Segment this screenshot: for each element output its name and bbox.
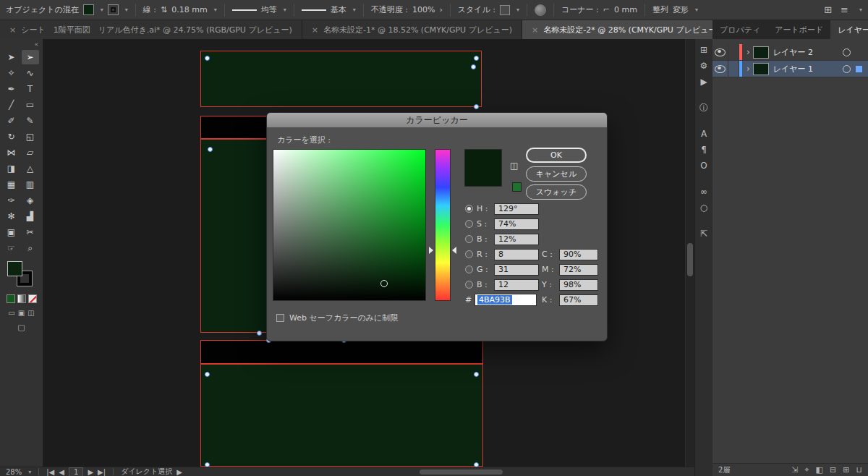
links-panel-icon[interactable]: ∞ xyxy=(697,185,711,198)
corner-widget[interactable] xyxy=(205,462,210,467)
corner-widget[interactable] xyxy=(471,64,476,69)
vertical-scrollbar-thumb[interactable] xyxy=(687,243,693,276)
scale-tool[interactable]: ◱ xyxy=(22,129,39,144)
horizontal-scrollbar-thumb[interactable] xyxy=(420,469,503,475)
b-rgb-radio[interactable] xyxy=(465,281,473,289)
none-mode-button[interactable] xyxy=(28,294,37,303)
gamut-warning-cube-icon[interactable]: ◫ xyxy=(510,161,518,171)
next-artboard-icon[interactable]: ▶ xyxy=(88,468,93,476)
pencil-tool[interactable]: ✎ xyxy=(22,114,39,128)
opacity-panel-chevron-icon[interactable]: › xyxy=(439,5,442,14)
hue-arrow-left-icon[interactable] xyxy=(429,247,433,254)
export-panel-icon[interactable]: ⇱ xyxy=(697,227,711,240)
type-tool[interactable]: T xyxy=(22,82,39,96)
web-safe-color-swatch[interactable] xyxy=(512,182,522,192)
y-field[interactable]: 98% xyxy=(559,279,598,291)
artwork-rect-bottom[interactable] xyxy=(200,364,483,467)
color-mode-button[interactable] xyxy=(7,294,15,303)
locate-object-icon[interactable]: ⌖ xyxy=(804,465,809,475)
last-artboard-icon[interactable]: ▶| xyxy=(98,468,106,476)
mesh-tool[interactable]: ▦ xyxy=(3,177,20,192)
fill-indicator[interactable] xyxy=(7,261,22,276)
width-tool[interactable]: ⋈ xyxy=(3,145,20,160)
layer-name[interactable]: レイヤー 1 xyxy=(773,64,813,75)
dialog-title-bar[interactable]: カラーピッカー xyxy=(267,113,607,127)
h-radio[interactable] xyxy=(465,205,473,213)
info-panel-icon[interactable]: ⓘ xyxy=(697,101,711,114)
swatch-button[interactable]: スウォッチ xyxy=(526,184,587,200)
cancel-button[interactable]: キャンセル xyxy=(526,166,587,182)
fill-caret-icon[interactable]: ▾ xyxy=(101,7,103,13)
hue-arrow-right-icon[interactable] xyxy=(452,247,456,254)
visibility-cell[interactable] xyxy=(712,61,728,77)
doc-tab-1[interactable]: × シート 1階平面図 リアル色付き.ai* @ 24.75% (RGB/GPU… xyxy=(0,20,302,39)
stroke-weight-caret-icon[interactable]: ▾ xyxy=(214,7,217,13)
rectangle-tool[interactable]: ▭ xyxy=(22,98,39,112)
blend-tool[interactable]: ◈ xyxy=(22,193,39,208)
opentype-panel-icon[interactable]: O xyxy=(697,159,711,172)
eye-icon[interactable] xyxy=(715,65,726,73)
symbol-sprayer-tool[interactable]: ✻ xyxy=(3,209,20,224)
collect-for-export-icon[interactable]: ⇲ xyxy=(791,465,798,475)
selection-tool[interactable]: ➤ xyxy=(3,50,20,64)
stroke-panel-icon[interactable]: ○ xyxy=(697,201,711,214)
c-field[interactable]: 90% xyxy=(559,249,598,260)
zoom-caret-icon[interactable]: ▾ xyxy=(28,469,31,475)
b-hsb-radio[interactable] xyxy=(465,235,473,243)
arrange-documents-icon[interactable]: ⊞ xyxy=(824,4,832,15)
s-radio[interactable] xyxy=(465,220,473,228)
hue-slider[interactable] xyxy=(435,149,451,301)
width-profile-value[interactable]: 均等 xyxy=(261,4,277,15)
artboard-number-field[interactable]: 1 xyxy=(69,467,83,476)
corner-widget[interactable] xyxy=(474,56,479,61)
stroke-color-swatch[interactable] xyxy=(108,4,119,15)
zoom-level[interactable]: 28% xyxy=(6,468,22,476)
saturation-brightness-field[interactable] xyxy=(273,149,426,301)
artwork-rect-top[interactable] xyxy=(200,51,482,107)
k-field[interactable]: 67% xyxy=(559,294,598,306)
vertical-scrollbar[interactable] xyxy=(685,39,694,467)
settings-gear-icon[interactable]: ⚙ xyxy=(697,59,711,72)
pen-tool[interactable]: ✒ xyxy=(3,82,20,96)
workspace-caret-icon[interactable]: ▾ xyxy=(859,7,862,13)
tab-artboards[interactable]: アートボード xyxy=(767,20,830,39)
eye-icon[interactable] xyxy=(715,48,726,56)
free-transform-tool[interactable]: ▱ xyxy=(22,145,39,160)
draw-normal-icon[interactable]: ▭ xyxy=(8,309,14,317)
expand-chevron-icon[interactable]: › xyxy=(746,64,750,74)
zoom-tool[interactable]: ⌕ xyxy=(22,241,39,255)
layer-row-1-selected[interactable]: › レイヤー 1 xyxy=(712,61,868,77)
recolor-artwork-icon[interactable] xyxy=(535,4,546,16)
artboard-tool[interactable]: ▣ xyxy=(3,225,20,239)
eyedropper-tool[interactable]: ✑ xyxy=(3,193,20,208)
brush-value[interactable]: 基本 xyxy=(331,4,346,15)
lock-cell[interactable] xyxy=(728,61,739,77)
transform-button[interactable]: 変形 xyxy=(673,4,689,15)
r-radio[interactable] xyxy=(465,250,473,258)
corner-widget[interactable] xyxy=(205,56,210,61)
layer-name[interactable]: レイヤー 2 xyxy=(773,47,813,58)
paintbrush-tool[interactable]: ✐ xyxy=(3,114,20,128)
layer-row-2[interactable]: › レイヤー 2 xyxy=(712,44,868,61)
hand-tool[interactable]: ☞ xyxy=(3,241,20,255)
delete-layer-icon[interactable]: ⊔ xyxy=(856,465,862,475)
first-artboard-icon[interactable]: |◀ xyxy=(46,468,54,476)
sv-marker[interactable] xyxy=(380,280,388,287)
tab-properties[interactable]: プロパティ xyxy=(712,20,767,39)
draw-behind-icon[interactable]: ▣ xyxy=(18,309,25,317)
doc-tab-3-active[interactable]: × 名称未設定-2* @ 28% (CMYK/GPU プレビュー) xyxy=(522,20,730,39)
websafe-checkbox[interactable] xyxy=(276,314,284,322)
g-radio[interactable] xyxy=(465,265,473,273)
visibility-cell[interactable] xyxy=(712,44,728,60)
style-swatch[interactable] xyxy=(500,5,510,15)
h-field[interactable]: 129° xyxy=(494,203,539,215)
selected-art-indicator[interactable] xyxy=(856,66,862,72)
line-segment-tool[interactable]: ╱ xyxy=(3,98,20,112)
r-field[interactable]: 8 xyxy=(494,249,539,260)
hex-field[interactable]: 4BA93B xyxy=(475,294,537,306)
opacity-value[interactable]: 100% xyxy=(412,5,435,14)
width-profile-caret-icon[interactable]: ▾ xyxy=(284,7,286,13)
stroke-weight-value[interactable]: 0.18 mm xyxy=(171,5,207,14)
close-tab-icon[interactable]: × xyxy=(9,25,16,35)
corner-widget[interactable] xyxy=(205,372,210,377)
